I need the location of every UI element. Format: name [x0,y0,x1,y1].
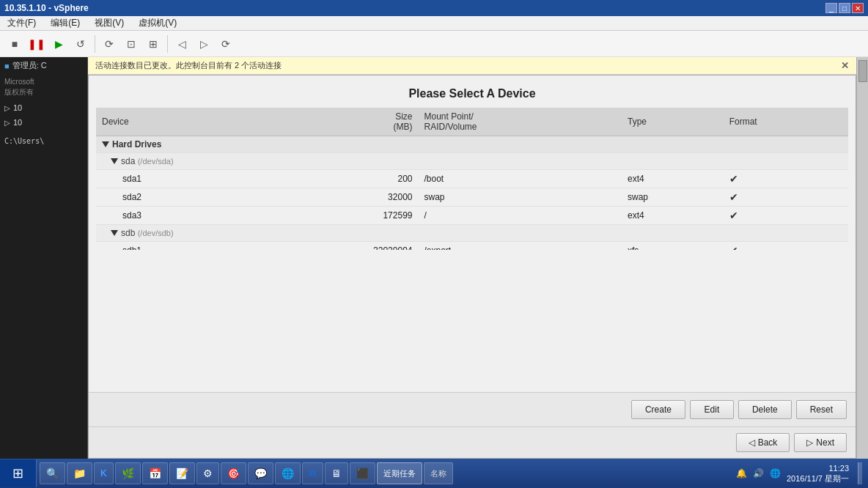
toolbar-btn-2[interactable]: ❚❚ [26,34,47,54]
device-format: ✔ [724,242,848,251]
toolbar-sep-2 [167,35,168,53]
maximize-button[interactable]: □ [839,3,850,13]
nav-buttons: ◁ Back ▷ Next [89,426,856,458]
sidebar-item-2[interactable]: ▷ 10 [0,115,87,130]
menu-view[interactable]: 视图(V) [90,16,128,30]
back-arrow-icon: ◁ [749,437,755,448]
device-table-container: Device Size(MB) Mount Point/RAID/Volume … [89,108,856,250]
sidebar-label-2: 10 [13,118,22,127]
menu-vm[interactable]: 虚拟机(V) [134,16,181,30]
scrollbar[interactable] [856,57,868,459]
collapse-icon[interactable] [102,141,109,147]
toolbar-btn-10[interactable]: ⟳ [216,34,236,54]
col-device: Device [96,108,258,136]
col-type: Type [622,108,724,136]
device-name: sda3 [96,207,258,225]
menu-edit[interactable]: 编辑(E) [46,16,84,30]
taskbar-active-2[interactable]: 名称 [424,462,453,484]
sdb-collapse-icon[interactable] [111,230,118,236]
windows-taskbar: ⊞ 🔍 📁 K 🌿 📅 📝 ⚙ [0,459,868,488]
scroll-thumb[interactable] [858,60,867,82]
sidebar-item-manager[interactable]: ■ 管理员: C [0,57,87,74]
device-mount: /export [418,242,621,251]
app-title: 10.35.1.10 - vSphere [4,3,89,13]
sidebar-icon-3: ▷ [4,119,10,127]
menu-bar: 文件(F) 编辑(E) 视图(V) 虚拟机(V) [0,16,868,31]
device-mount: /boot [418,170,621,188]
window-controls: _ □ ✕ [825,3,864,13]
taskbar-item-w[interactable]: W [302,462,323,484]
device-size: 200 [258,170,419,188]
taskbar-item-target[interactable]: 🎯 [221,462,246,484]
device-name: sdb1 [96,242,258,251]
table-row[interactable]: sda3 172599 / ext4 ✔ [96,207,848,225]
system-tray: 🔔 🔊 🌐 11:23 2016/11/7 星期一 [730,462,868,484]
taskbar-item-r[interactable]: ⬛ [350,462,375,484]
dialog-title: Please Select A Device [89,75,856,108]
toolbar-sep-1 [95,35,95,53]
taskbar-items: 🔍 📁 K 🌿 📅 📝 ⚙ 🎯 💬 [37,462,730,484]
table-row[interactable]: sdb1 22020094 /export xfs ✔ [96,242,848,251]
col-mount: Mount Point/RAID/Volume [418,108,621,136]
clock-date: 2016/11/7 星期一 [787,473,849,484]
taskbar-item-green[interactable]: 🌿 [115,462,141,484]
device-name: sda2 [96,188,258,207]
device-size: 172599 [258,207,419,225]
taskbar-item-k[interactable]: K [94,462,114,484]
device-type: ext4 [622,170,724,188]
table-row[interactable]: sda1 200 /boot ext4 ✔ [96,170,848,188]
device-size: 22020094 [258,242,419,251]
reset-button[interactable]: Reset [796,400,847,419]
create-button[interactable]: Create [631,400,685,419]
col-size: Size(MB) [258,108,419,136]
edit-button[interactable]: Edit [690,400,734,419]
status-close-button[interactable]: ✕ [841,60,849,71]
taskbar-item-msg[interactable]: 💬 [248,462,273,484]
toolbar: ■ ❚❚ ▶ ↺ ⟳ ⊡ ⊞ ◁ ▷ ⟳ [0,31,868,57]
minimize-button[interactable]: _ [825,3,837,13]
next-arrow-icon: ▷ [806,437,813,448]
toolbar-btn-restart[interactable]: ↺ [70,34,91,54]
taskbar-item-gear[interactable]: ⚙ [196,462,219,484]
device-mount: / [418,207,621,225]
status-text: 活动连接数目已更改。此控制台目前有 2 个活动连接 [95,60,282,71]
toolbar-btn-6[interactable]: ⊡ [121,34,141,54]
tray-icon-2: 🔊 [753,468,764,478]
taskbar-item-monitor[interactable]: 🖥 [325,462,348,484]
sidebar-item-1[interactable]: ▷ 10 [0,100,87,115]
clock-area[interactable]: 11:23 2016/11/7 星期一 [787,463,849,484]
delete-button[interactable]: Delete [738,400,792,419]
subgroup-sdb: sdb (/dev/sdb) [96,225,848,242]
show-desktop-button[interactable] [858,462,862,484]
group-hard-drives: Hard Drives [96,136,848,153]
table-row[interactable]: sda2 32000 swap swap ✔ [96,188,848,207]
next-button[interactable]: ▷ Next [794,433,847,452]
sda-collapse-icon[interactable] [111,158,118,164]
taskbar-item-1[interactable]: 🔍 [40,462,65,484]
table-header-row: Device Size(MB) Mount Point/RAID/Volume … [96,108,848,136]
toolbar-btn-play[interactable]: ▶ [48,34,69,54]
device-format: ✔ [724,170,848,188]
subgroup-sda: sda (/dev/sda) [96,153,848,170]
status-notification-bar: 活动连接数目已更改。此控制台目前有 2 个活动连接 ✕ [88,57,856,75]
console-path: C:\Users\ [0,133,87,149]
sidebar-icon: ■ [4,62,10,70]
taskbar-active-1[interactable]: 近期任务 [377,462,422,484]
back-button[interactable]: ◁ Back [736,433,790,452]
tray-icon-1: 🔔 [736,468,747,478]
taskbar-item-doc[interactable]: 📝 [169,462,195,484]
taskbar-item-2[interactable]: 📁 [67,462,92,484]
start-button[interactable]: ⊞ [0,459,37,487]
taskbar-item-cal[interactable]: 📅 [142,462,168,484]
device-mount: swap [418,188,621,207]
toolbar-btn-8[interactable]: ◁ [172,34,192,54]
toolbar-btn-9[interactable]: ▷ [194,34,214,54]
taskbar-item-globe[interactable]: 🌐 [275,462,301,484]
dialog-action-buttons: Create Edit Delete Reset [89,392,856,426]
toolbar-btn-7[interactable]: ⊞ [143,34,163,54]
toolbar-btn-5[interactable]: ⟳ [99,34,119,54]
menu-file[interactable]: 文件(F) [3,16,40,30]
toolbar-btn-1[interactable]: ■ [4,34,25,54]
close-button[interactable]: ✕ [852,3,864,13]
col-format: Format [724,108,848,136]
